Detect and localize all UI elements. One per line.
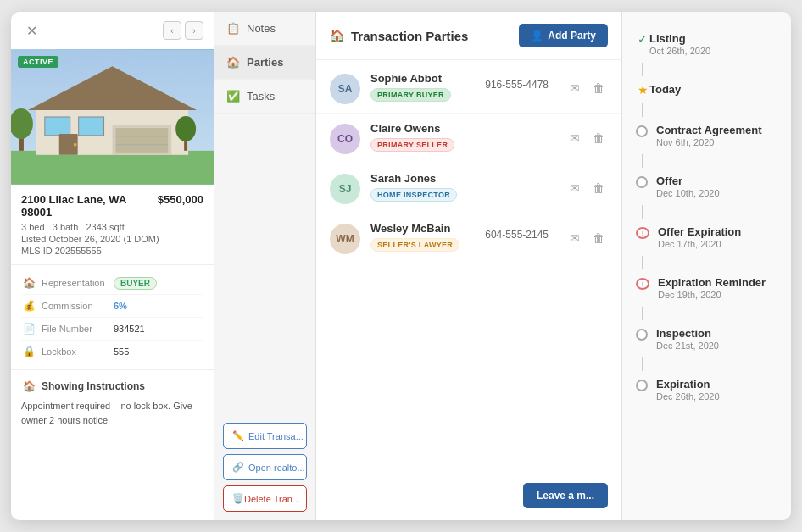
meta-representation: 🏠 Representation BUYER — [21, 272, 203, 295]
delete-party-button[interactable]: 🗑 — [589, 129, 608, 147]
svg-point-11 — [74, 143, 77, 147]
panel-header: ✕ ‹ › — [11, 12, 214, 49]
email-button[interactable]: ✉ — [565, 79, 584, 97]
representation-icon: 🏠 — [21, 275, 36, 291]
showing-icon: 🏠 — [21, 379, 36, 394]
prev-arrow[interactable]: ‹ — [163, 21, 181, 40]
party-phone: 916-555-4478 — [485, 79, 549, 91]
timeline-label: Expiration — [656, 378, 777, 391]
property-address: 2100 Lilac Lane, WA 98001 — [21, 193, 158, 219]
close-button[interactable]: ✕ — [21, 20, 42, 41]
add-party-button[interactable]: 👤 Add Party — [519, 24, 608, 47]
timeline-label: Listing — [649, 32, 777, 45]
timeline-label: Offer Expiration — [658, 225, 777, 238]
party-role-badge: SELLER'S LAWYER — [370, 238, 459, 252]
lockbox-value: 555 — [114, 346, 129, 357]
party-row: SA Sophie Abbot PRIMARY BUYER 916-555-44… — [316, 64, 621, 114]
timeline-date: Dec 26th, 2020 — [656, 391, 777, 402]
svg-rect-9 — [79, 117, 104, 136]
timeline-date: Dec 17th, 2020 — [658, 239, 777, 249]
timeline-item-expiration: Expiration Dec 26th, 2020 — [622, 371, 791, 408]
party-actions: ✉ 🗑 — [565, 172, 608, 197]
main-container: ✕ ‹ › — [11, 12, 791, 520]
tasks-icon: ✅ — [226, 90, 240, 103]
timeline-date: Oct 26th, 2020 — [649, 46, 777, 56]
property-image: ACTIVE — [11, 49, 214, 185]
timeline-item-offer-expiration: ! Offer Expiration Dec 17th, 2020 — [622, 219, 791, 256]
showing-text: Appointment required – no lock box. Give… — [21, 399, 203, 427]
nav-item-parties[interactable]: 🏠 Parties — [214, 46, 315, 80]
edit-transaction-button[interactable]: ✏️ Edit Transa... — [223, 423, 307, 449]
nav-item-tasks[interactable]: ✅ Tasks — [214, 80, 315, 114]
delete-party-button[interactable]: 🗑 — [589, 79, 608, 97]
parties-icon: 🏠 — [226, 56, 240, 69]
next-arrow[interactable]: › — [185, 21, 203, 40]
delete-party-button[interactable]: 🗑 — [589, 179, 608, 197]
lockbox-icon: 🔒 — [21, 344, 36, 359]
timeline-label: Inspection — [656, 327, 777, 340]
svg-rect-8 — [45, 117, 70, 136]
link-icon: 🔗 — [232, 462, 244, 473]
party-name: Sophie Abbot — [370, 72, 485, 85]
email-button[interactable]: ✉ — [565, 229, 584, 247]
property-meta: 🏠 Representation BUYER 💰 Commission 6% 📄… — [11, 265, 214, 370]
trash-icon: 🗑️ — [232, 493, 244, 504]
party-row: WM Wesley McBain SELLER'S LAWYER 604-555… — [316, 213, 621, 263]
listing-check-icon: ✓ — [636, 32, 649, 46]
leave-message-button[interactable]: Leave a m... — [523, 483, 608, 508]
party-info: Wesley McBain SELLER'S LAWYER — [370, 222, 485, 252]
meta-file-number: 📄 File Number 934521 — [21, 318, 203, 341]
inspection-dot — [636, 329, 648, 341]
today-star-icon: ★ — [636, 83, 649, 97]
delete-party-button[interactable]: 🗑 — [589, 229, 608, 247]
timeline-connector — [642, 103, 643, 117]
party-name: Claire Owens — [370, 122, 557, 135]
timeline-date: Dec 10th, 2020 — [656, 188, 777, 198]
email-button[interactable]: ✉ — [565, 179, 584, 197]
party-info: Sarah Jones HOME INSPECTOR — [370, 172, 557, 202]
timeline-content: Expiration Reminder Dec 19th, 2020 — [658, 276, 777, 300]
contract-dot — [636, 125, 648, 137]
party-info: Claire Owens PRIMARY SELLER — [370, 122, 557, 152]
avatar: WM — [330, 224, 360, 254]
party-role-badge: PRIMARY BUYER — [370, 88, 451, 102]
party-role-badge: HOME INSPECTOR — [370, 188, 457, 202]
party-name: Wesley McBain — [370, 222, 485, 235]
timeline-item-inspection: Inspection Dec 21st, 2020 — [622, 320, 791, 357]
open-realtor-button[interactable]: 🔗 Open realto... — [223, 454, 307, 480]
commission-icon: 💰 — [21, 298, 36, 313]
nav-item-notes[interactable]: 📋 Notes — [214, 12, 315, 46]
property-listed: Listed October 26, 2020 (1 DOM) — [21, 234, 203, 244]
email-button[interactable]: ✉ — [565, 129, 584, 147]
party-name: Sarah Jones — [370, 172, 557, 185]
edit-icon: ✏️ — [232, 430, 244, 441]
main-content-panel: 🔍 🏠 Transaction Parties 👤 Add Party SA S… — [316, 12, 621, 520]
avatar: SA — [330, 74, 360, 104]
property-price: $550,000 — [158, 193, 203, 206]
party-role-badge: PRIMARY SELLER — [370, 138, 454, 152]
party-row: CO Claire Owens PRIMARY SELLER ✉ 🗑 — [316, 114, 621, 163]
timeline-item-listing: ✓ Listing Oct 26th, 2020 — [622, 25, 791, 63]
expiration-dot — [636, 380, 648, 391]
timeline-panel: ✓ Listing Oct 26th, 2020 ★ Today Contrac… — [621, 12, 791, 520]
content-header: 🏠 Transaction Parties 👤 Add Party — [316, 12, 621, 60]
timeline-content: Listing Oct 26th, 2020 — [649, 32, 777, 56]
property-info: 2100 Lilac Lane, WA 98001 $550,000 3 bed… — [11, 185, 214, 265]
timeline-item-offer: Offer Dec 10th, 2020 — [622, 168, 791, 205]
offer-dot — [636, 176, 648, 188]
party-info: Sophie Abbot PRIMARY BUYER — [370, 72, 485, 102]
timeline-connector — [642, 154, 643, 168]
timeline-label: Contract Agreement — [656, 124, 777, 136]
active-badge: ACTIVE — [18, 56, 58, 68]
middle-nav-panel: 📋 Notes 🏠 Parties ✅ Tasks ✏️ Edit Transa… — [214, 12, 316, 520]
timeline-content: Expiration Dec 26th, 2020 — [656, 378, 777, 402]
meta-lockbox: 🔒 Lockbox 555 — [21, 341, 203, 363]
expiration-reminder-dot: ! — [636, 278, 649, 290]
timeline-label: Expiration Reminder — [658, 276, 777, 289]
timeline-content: Today — [649, 83, 777, 96]
delete-transaction-button[interactable]: 🗑️ Delete Tran... — [223, 485, 307, 512]
timeline-item-expiration-reminder: ! Expiration Reminder Dec 19th, 2020 — [622, 269, 791, 307]
file-number-value: 934521 — [114, 324, 145, 334]
timeline-date: Dec 21st, 2020 — [656, 341, 777, 351]
timeline-date: Dec 19th, 2020 — [658, 290, 777, 300]
